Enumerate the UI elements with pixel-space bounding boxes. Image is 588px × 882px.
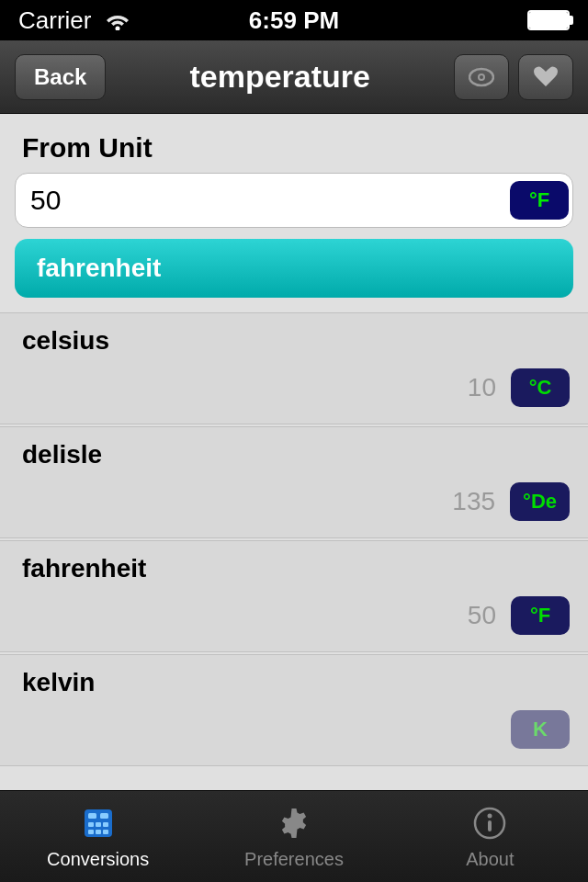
eye-button[interactable]: [454, 54, 509, 100]
svg-point-3: [480, 75, 483, 79]
celsius-badge: °C: [511, 368, 570, 407]
kelvin-label: kelvin: [0, 655, 588, 701]
status-bar: Carrier 6:59 PM: [0, 0, 588, 40]
selected-unit-row[interactable]: fahrenheit: [15, 239, 573, 298]
svg-rect-5: [88, 813, 96, 819]
value-input[interactable]: [16, 185, 506, 216]
delisle-label: delisle: [0, 427, 588, 473]
calculator-icon: [78, 803, 119, 843]
main-content: From Unit °F fahrenheit celsius 10 °C de…: [0, 114, 588, 790]
heart-icon: [534, 66, 558, 88]
carrier-label: Carrier: [18, 6, 91, 35]
delisle-value: 135: [452, 487, 495, 516]
conversion-celsius: celsius 10 °C: [0, 312, 588, 424]
tab-conversions[interactable]: Conversions: [0, 791, 196, 882]
fahrenheit-value: 50: [468, 601, 496, 630]
tab-preferences[interactable]: Preferences: [196, 791, 391, 882]
svg-rect-9: [103, 822, 108, 827]
eye-icon: [469, 67, 494, 87]
wifi-icon: [104, 10, 131, 30]
svg-point-15: [488, 814, 492, 819]
favorite-button[interactable]: [518, 54, 573, 100]
svg-point-0: [116, 27, 120, 31]
battery-indicator: [527, 10, 570, 30]
info-icon: [469, 803, 510, 843]
tab-bar: Conversions Preferences About: [0, 790, 588, 882]
fahrenheit-badge: °F: [511, 596, 570, 635]
nav-title: temperature: [106, 59, 454, 95]
conversions-tab-label: Conversions: [47, 849, 149, 870]
tab-about[interactable]: About: [392, 791, 588, 882]
selected-unit-label: fahrenheit: [37, 254, 161, 283]
conversion-delisle: delisle 135 °De: [0, 426, 588, 538]
celsius-label: celsius: [0, 313, 588, 359]
svg-rect-10: [88, 830, 94, 834]
svg-rect-7: [88, 822, 94, 827]
svg-rect-12: [103, 830, 108, 834]
celsius-value: 10: [468, 373, 496, 402]
nav-bar: Back temperature: [0, 40, 588, 114]
svg-rect-11: [96, 830, 101, 834]
svg-rect-8: [96, 822, 101, 827]
input-row: °F: [15, 173, 573, 228]
svg-rect-14: [488, 820, 492, 831]
fahrenheit-label: fahrenheit: [0, 541, 588, 587]
preferences-tab-label: Preferences: [244, 849, 344, 870]
from-unit-label: From Unit: [0, 114, 588, 173]
about-tab-label: About: [466, 849, 514, 870]
svg-rect-6: [100, 813, 108, 819]
kelvin-badge: K: [511, 710, 570, 749]
from-unit-badge: °F: [510, 181, 569, 220]
conversion-kelvin: kelvin K: [0, 654, 588, 766]
conversion-fahrenheit: fahrenheit 50 °F: [0, 540, 588, 652]
gear-icon: [274, 803, 314, 843]
status-time: 6:59 PM: [249, 6, 339, 35]
delisle-badge: °De: [510, 482, 570, 521]
back-button[interactable]: Back: [15, 54, 106, 100]
